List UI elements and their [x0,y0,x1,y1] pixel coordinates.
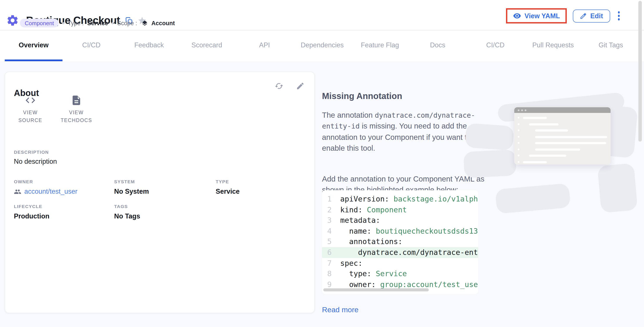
edit-about-icon[interactable] [296,82,305,90]
illustration-titlebar [514,107,610,113]
code-key: spec: [340,258,362,268]
scribble-blob [597,163,638,213]
refresh-icon[interactable] [275,82,284,90]
about-card-actions [275,82,305,90]
people-icon [14,188,21,195]
dot-separator [112,22,114,24]
line-number: 5 [327,236,335,247]
view-yaml-label: View YAML [524,12,560,20]
lifecycle-label: LIFECYCLE [14,204,42,209]
scope-value: Account [152,20,175,26]
line-number: 3 [327,215,335,226]
system-value: No System [114,188,149,195]
eye-icon [513,12,521,20]
view-techdocs-button[interactable]: VIEW TECHDOCS [56,95,97,124]
line-number: 4 [327,226,335,236]
entity-page: Boutique Checkout Component Type : Servi… [0,0,644,327]
system-label: SYSTEM [114,179,135,184]
description-value: No description [14,158,57,165]
edit-label: Edit [590,12,603,20]
code-line: 7spec: [322,258,478,268]
code-value: Service [376,268,407,279]
edit-button[interactable]: Edit [573,9,610,22]
code-key: apiVersion: [340,194,394,204]
owner-label: OWNER [14,179,33,184]
tab-feature-flag[interactable]: Feature Flag [351,31,409,61]
type-label: Type : [68,20,84,26]
tab-scorecard[interactable]: Scorecard [178,31,236,61]
code-line: 8 type: Service [322,268,478,279]
view-yaml-button[interactable]: View YAML [506,8,567,24]
tags-label: TAGS [114,204,128,209]
code-key: name: [340,226,376,236]
more-options-button[interactable] [616,10,622,22]
code-line-highlighted: 6 dynatrace.com/dynatrace-ent [322,247,478,258]
tab-dependencies[interactable]: Dependencies [293,31,351,61]
entity-header: Boutique Checkout Component Type : Servi… [0,0,644,31]
intro-prefix: The annotation [322,111,375,119]
type-value: Service [87,20,108,26]
type-field-value: Service [216,188,240,195]
illustration-window [514,107,610,165]
annotation-intro-text: The annotation dynatrace.com/dynatrace-e… [322,110,486,154]
about-card: About VIEW SOURCE VIEW TECHDOCS DESCRIPT… [5,72,314,313]
lifecycle-value: Production [14,212,50,220]
type-field-label: TYPE [216,179,229,184]
code-value: Component [367,204,407,215]
entity-meta-row: Component Type : Service Scope : Account [20,19,175,27]
code-line: 5 annotations: [322,236,478,247]
pencil-icon [580,12,587,19]
tags-value: No Tags [114,212,140,220]
code-icon [25,95,36,106]
line-number: 2 [327,204,335,215]
tab-git-tags[interactable]: Git Tags [582,31,640,61]
view-techdocs-label: VIEW TECHDOCS [57,109,96,124]
code-key: kind: [340,204,367,215]
code-line: 1apiVersion: backstage.io/v1alph [322,194,478,204]
line-number: 7 [327,258,335,268]
entity-tab-bar: Overview CI/CD Feedback Scorecard API De… [0,31,644,61]
read-more-link[interactable]: Read more [322,306,358,314]
document-icon [71,95,82,106]
code-key: dynatrace.com/dynatrace-ent [340,247,478,258]
scribble-blob [463,149,517,178]
missing-annotation-title: Missing Annotation [322,91,402,101]
code-horizontal-scrollbar[interactable] [323,288,429,291]
tab-pull-requests[interactable]: Pull Requests [524,31,582,61]
code-key: metadata: [340,215,380,226]
yaml-code-block: 1apiVersion: backstage.io/v1alph 2kind: … [322,190,478,294]
tab-overview[interactable]: Overview [5,31,62,61]
tab-cicd[interactable]: CI/CD [62,31,120,61]
code-window-illustration [471,99,636,204]
code-value: backstage.io/v1alph [394,194,478,204]
header-actions: View YAML Edit [506,8,622,24]
view-source-button[interactable]: VIEW SOURCE [10,95,51,124]
about-quick-links: VIEW SOURCE VIEW TECHDOCS [10,95,97,124]
owner-link[interactable]: account/test_user [14,188,78,195]
code-line: 2kind: Component [322,204,478,215]
dot-separator [62,22,64,24]
line-number: 1 [327,194,335,204]
vertical-scrollbar[interactable] [638,1,642,142]
code-line: 4 name: boutiquecheckoutsdsds13 [322,226,478,236]
scribble-blob [495,183,571,214]
tab-feedback[interactable]: Feedback [120,31,178,61]
line-number: 8 [327,268,335,279]
view-source-label: VIEW SOURCE [11,109,50,124]
tab-cicd-2[interactable]: CI/CD [466,31,524,61]
code-key: annotations: [340,236,402,247]
owner-value: account/test_user [24,188,78,195]
layers-icon [142,20,148,26]
tab-docs[interactable]: Docs [409,31,466,61]
line-number: 6 [327,247,335,258]
code-value: boutiquecheckoutsdsds13 [376,226,478,236]
scope-label: Scope : [117,20,137,26]
description-label: DESCRIPTION [14,149,49,155]
yaml-code-lines: 1apiVersion: backstage.io/v1alph 2kind: … [322,190,478,290]
code-key: type: [340,268,376,279]
kind-badge: Component [20,19,58,27]
component-gear-icon [6,14,19,27]
code-line: 3metadata: [322,215,478,226]
entity-content: About VIEW SOURCE VIEW TECHDOCS DESCRIPT… [0,61,644,327]
tab-api[interactable]: API [236,31,293,61]
